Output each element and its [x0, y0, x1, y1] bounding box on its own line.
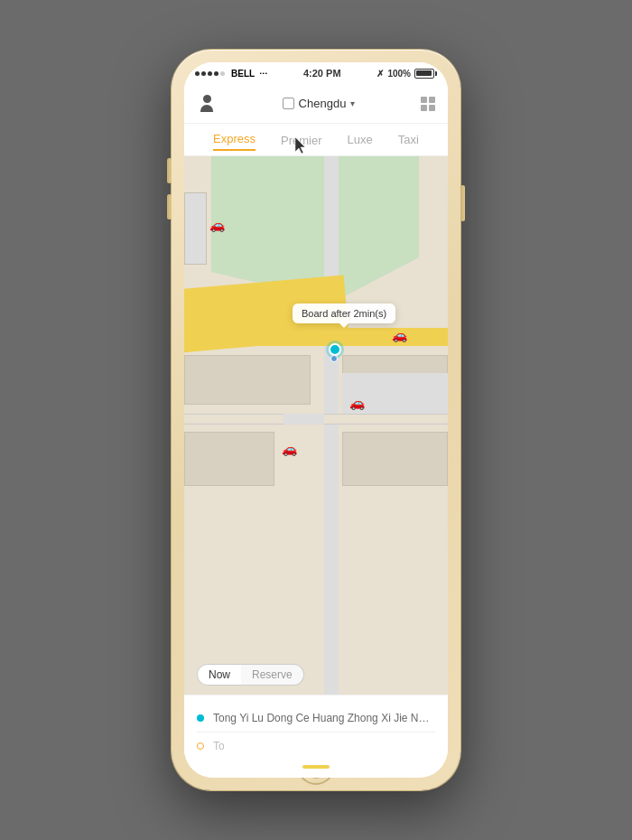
destination-input-row[interactable]: To: [197, 733, 435, 760]
avatar-body: [200, 105, 213, 112]
city-dropdown-arrow: ▾: [350, 98, 355, 108]
map-time-selector: Now Reserve: [197, 664, 304, 686]
road-vertical-lower: [324, 355, 339, 414]
city-block-3: [184, 432, 274, 486]
bluetooth-icon: ✗: [376, 69, 384, 79]
signal-dot-5: [220, 71, 225, 76]
grid-cell-1: [421, 97, 427, 103]
bottom-panel: Tong Yi Lu Dong Ce Huang Zhong Xi Jie Na…: [184, 695, 448, 778]
road-vertical: [324, 156, 339, 695]
status-right: ✗ 100%: [376, 69, 437, 79]
pickup-input-row[interactable]: Tong Yi Lu Dong Ce Huang Zhong Xi Jie Na…: [197, 705, 435, 733]
board-tooltip-text: Board after 2min(s): [302, 308, 386, 319]
app-header: Chengdu ▾: [184, 84, 448, 124]
tab-premier[interactable]: Premier: [281, 130, 322, 151]
map-area[interactable]: 🚗 🚗 🚗 🚗 Board after 2min(s) Now Reserve: [184, 156, 448, 695]
battery-icon: [414, 69, 437, 79]
grid-cell-2: [429, 97, 435, 103]
city-name: Chengdu: [299, 97, 347, 110]
tab-taxi[interactable]: Taxi: [398, 129, 419, 150]
status-bar: BELL ⋅⋅⋅ 4:20 PM ✗ 100%: [184, 62, 448, 84]
signal-dots: [195, 71, 226, 76]
location-dot-destination: [330, 355, 338, 362]
carrier-label: BELL: [231, 69, 255, 79]
city-block-4: [342, 432, 448, 486]
reserve-button[interactable]: Reserve: [241, 664, 304, 686]
map-car-3: 🚗: [349, 396, 365, 410]
battery-percent: 100%: [387, 69, 411, 79]
destination-placeholder: To: [213, 740, 435, 752]
wifi-icon: ⋅⋅⋅: [259, 69, 267, 79]
pickup-address: Tong Yi Lu Dong Ce Huang Zhong Xi Jie Na…: [213, 712, 435, 724]
battery-tip: [435, 71, 437, 76]
user-avatar-button[interactable]: [197, 94, 217, 114]
city-checkbox-icon: [283, 98, 294, 109]
pickup-dot-icon: [197, 714, 204, 722]
destination-dot-icon: [197, 742, 204, 750]
battery-body: [414, 69, 434, 79]
grid-cell-4: [429, 105, 435, 111]
location-dot-current: [329, 343, 341, 356]
bottom-indicator: [302, 765, 330, 769]
signal-dot-3: [208, 71, 212, 76]
grid-cell-3: [421, 105, 427, 111]
map-car-2: 🚗: [392, 328, 407, 342]
tab-bar: Express Premier Luxe Taxi: [184, 124, 448, 156]
now-button[interactable]: Now: [197, 664, 242, 686]
road-horizontal-main: [184, 328, 448, 346]
city-block-1: [184, 355, 311, 405]
map-background: [184, 156, 448, 695]
status-left: BELL ⋅⋅⋅: [195, 69, 267, 79]
road-vertical-bottom: [324, 432, 339, 495]
phone-frame: BELL ⋅⋅⋅ 4:20 PM ✗ 100%: [172, 50, 460, 790]
board-tooltip: Board after 2min(s): [293, 303, 395, 323]
tab-premier-wrapper: Premier: [281, 132, 322, 148]
menu-grid-button[interactable]: [421, 97, 435, 111]
avatar-head: [203, 95, 211, 103]
map-car-1: 🚗: [209, 218, 225, 232]
city-block-5: [184, 192, 207, 265]
status-time: 4:20 PM: [303, 68, 341, 79]
power-button[interactable]: [460, 185, 465, 221]
tab-luxe[interactable]: Luxe: [348, 129, 373, 150]
signal-dot-2: [201, 71, 206, 76]
tab-express[interactable]: Express: [213, 128, 256, 151]
city-selector[interactable]: Chengdu ▾: [283, 97, 356, 110]
battery-fill: [416, 70, 432, 76]
signal-dot-4: [214, 71, 218, 76]
map-car-4: 🚗: [282, 442, 297, 456]
volume-down-button[interactable]: [167, 194, 172, 219]
phone-screen: BELL ⋅⋅⋅ 4:20 PM ✗ 100%: [184, 62, 448, 778]
signal-dot-1: [195, 71, 200, 76]
volume-up-button[interactable]: [167, 158, 172, 183]
road-intersect: [283, 414, 324, 425]
